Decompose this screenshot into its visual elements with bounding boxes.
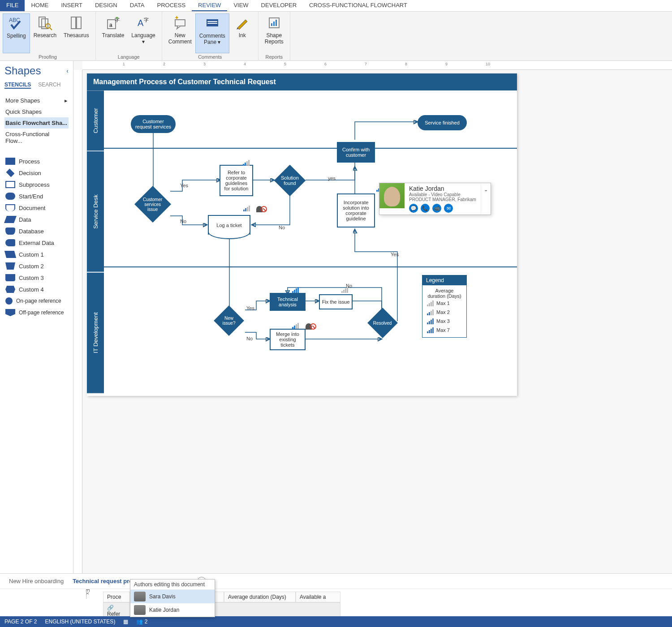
shape-database[interactable]: Database <box>4 225 69 237</box>
legend[interactable]: Legend Averageduration (Days) Max 1 Max … <box>422 275 467 338</box>
shape-subprocess[interactable]: Subprocess <box>4 179 69 190</box>
page-indicator[interactable]: PAGE 2 OF 2 <box>4 618 37 625</box>
lane-customer[interactable]: Customer <box>87 90 104 151</box>
im-icon[interactable]: 💬 <box>409 204 418 213</box>
tab-review[interactable]: REVIEW <box>192 0 227 11</box>
stencils-tab[interactable]: STENCILS <box>4 82 31 89</box>
shape-custom2[interactable]: Custom 2 <box>4 260 69 272</box>
mail-icon[interactable]: ✉ <box>444 204 453 213</box>
shape-startend[interactable]: Start/End <box>4 190 69 202</box>
collapse-icon[interactable]: ‹ <box>66 67 69 74</box>
ext-cell[interactable]: Proce <box>103 592 130 602</box>
shape-offpageref[interactable]: Off-page reference <box>4 307 69 318</box>
tab-crossfunc[interactable]: CROSS-FUNCTIONAL FLOWCHART <box>303 0 414 11</box>
page[interactable]: Management Process of Customer Technical… <box>87 73 517 396</box>
new-comment-button[interactable]: ✦ NewComment <box>165 13 195 53</box>
shape-document[interactable]: Document <box>4 202 69 214</box>
shape-reports-button[interactable]: ShapeReports <box>261 13 287 53</box>
node-merge[interactable]: Merge into existing tickets <box>270 329 306 350</box>
thesaurus-label: Thesaurus <box>64 32 89 39</box>
chart-title: Management Process of Customer Technical… <box>87 73 517 90</box>
edge-yes2: yes <box>328 176 336 181</box>
data-graphic-icon <box>341 287 348 293</box>
main-area: Shapes ‹ STENCILS SEARCH More Shapes ▸ Q… <box>0 61 672 573</box>
macro-icon[interactable]: ▦ <box>123 618 128 625</box>
coauthors-indicator[interactable]: 👥 2 <box>136 618 147 625</box>
shape-custom1[interactable]: Custom 1 <box>4 249 69 260</box>
page-tab-1[interactable]: New Hire onboarding <box>9 578 64 584</box>
shapes-panel: Shapes ‹ STENCILS SEARCH More Shapes ▸ Q… <box>0 61 73 573</box>
data-graphic-icon <box>243 159 250 166</box>
tab-design[interactable]: DESIGN <box>89 0 124 11</box>
shapes-tabs: STENCILS SEARCH <box>4 82 69 89</box>
author-row[interactable]: Katie Jordan <box>130 603 215 617</box>
ribbon-tabs: FILE HOME INSERT DESIGN DATA PROCESS REV… <box>0 0 672 12</box>
thesaurus-button[interactable]: Thesaurus <box>60 13 93 53</box>
data-graphic-icon <box>292 322 299 329</box>
node-fix-issue[interactable]: Fix the issue <box>319 294 353 309</box>
author-row[interactable]: Sara Davis <box>130 590 215 603</box>
more-shapes[interactable]: More Shapes ▸ <box>4 95 69 106</box>
legend-title: Legend <box>422 275 466 285</box>
search-tab[interactable]: SEARCH <box>38 82 60 89</box>
language-indicator[interactable]: ENGLISH (UNITED STATES) <box>45 618 115 625</box>
contact-card[interactable]: Katie Jordan Available - Video Capable P… <box>379 183 491 215</box>
shape-process[interactable]: Process <box>4 155 69 167</box>
quick-shapes[interactable]: Quick Shapes <box>4 106 69 117</box>
node-incorporate[interactable]: Incorporate solution into corporate guid… <box>337 193 375 228</box>
canvas[interactable]: 12345678910 Management Process of Custom… <box>73 61 672 573</box>
crossfunc-shapes[interactable]: Cross-Functional Flow... <box>4 129 69 146</box>
ext-col[interactable]: Available a <box>296 592 340 602</box>
ext-col[interactable]: Average duration (Days) <box>224 592 296 602</box>
thesaurus-icon <box>69 15 84 30</box>
shape-externaldata[interactable]: External Data <box>4 237 69 249</box>
svg-text:✦: ✦ <box>174 15 179 21</box>
svg-rect-15 <box>207 21 217 22</box>
edge-no1: No <box>180 219 186 224</box>
node-tech-analysis[interactable]: Technical analysis <box>270 293 306 311</box>
lane-servicedesk[interactable]: Service Desk <box>87 151 104 273</box>
ruler-vertical <box>73 70 82 573</box>
tab-view[interactable]: VIEW <box>227 0 254 11</box>
expand-contact-icon[interactable]: ⌄ <box>481 183 491 215</box>
svg-rect-16 <box>207 23 217 24</box>
tab-data[interactable]: DATA <box>124 0 151 11</box>
comments-pane-button[interactable]: CommentsPane ▾ <box>195 13 229 53</box>
contact-status: Available - Video Capable <box>409 192 476 197</box>
node-service-finished[interactable]: Service finished <box>418 115 467 130</box>
basic-flowchart-shapes[interactable]: Basic Flowchart Sha... <box>4 117 69 129</box>
link-icon: 🔗 <box>107 605 114 611</box>
edge-yes1: Yes <box>180 183 188 188</box>
tab-insert[interactable]: INSERT <box>55 0 88 11</box>
language-group-label: Language <box>99 53 159 60</box>
authors-header: Authors editing this document <box>130 580 215 590</box>
shape-decision[interactable]: Decision <box>4 167 69 179</box>
shape-data[interactable]: Data <box>4 214 69 225</box>
node-customer-request[interactable]: Customer request services <box>131 115 176 133</box>
ink-button[interactable]: Ink <box>229 13 255 53</box>
node-refer[interactable]: Refer to corporate guidelines for soluti… <box>220 165 253 196</box>
tab-file[interactable]: FILE <box>0 0 25 11</box>
spelling-button[interactable]: ABC Spelling <box>3 13 30 53</box>
shape-onpageref[interactable]: On-page reference <box>4 295 69 307</box>
tab-process[interactable]: PROCESS <box>151 0 192 11</box>
node-confirm[interactable]: Confirm with customer <box>337 142 375 163</box>
shape-custom4[interactable]: Custom 4 <box>4 283 69 295</box>
translate-button[interactable]: a字 Translate <box>99 13 128 53</box>
lane-itdev[interactable]: IT Development <box>87 273 104 394</box>
new-comment-icon: ✦ <box>172 15 188 30</box>
video-icon[interactable]: 📹 <box>432 204 441 213</box>
ext-data-toggle[interactable]: Ex... <box>85 589 90 599</box>
language-button[interactable]: A字 Language▾ <box>128 13 159 53</box>
ribbon-group-proofing: ABC Spelling Research Thesaurus Proofing <box>0 12 96 60</box>
tab-home[interactable]: HOME <box>25 0 55 11</box>
tab-developer[interactable]: DEVELOPER <box>255 0 303 11</box>
page-tabs: New Hire onboarding Technical request pr… <box>0 573 672 588</box>
call-icon[interactable]: 📞 <box>421 204 430 213</box>
svg-text:a: a <box>109 22 112 28</box>
shape-custom3[interactable]: Custom 3 <box>4 272 69 283</box>
svg-rect-19 <box>273 21 275 26</box>
research-button[interactable]: Research <box>30 13 60 53</box>
node-log-ticket[interactable]: Log a ticket <box>208 215 250 235</box>
avatar-icon <box>134 605 146 615</box>
